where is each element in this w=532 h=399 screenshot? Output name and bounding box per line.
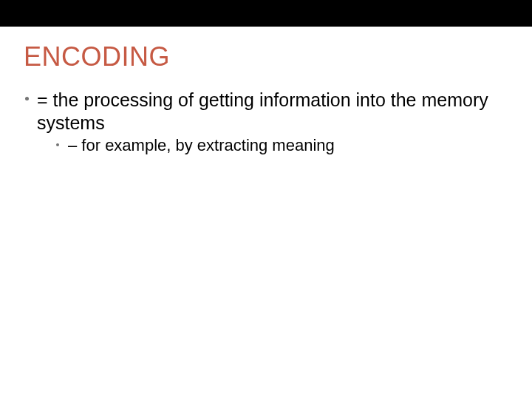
slide-content: ENCODING = the processing of getting inf…: [0, 27, 532, 156]
bullet-dot-icon: [56, 143, 59, 146]
sub-bullet-list: – for example, by extracting meaning: [37, 135, 508, 157]
bullet-list: = the processing of getting information …: [24, 89, 508, 156]
bullet-text: = the processing of getting information …: [37, 89, 488, 133]
slide-title: ENCODING: [24, 41, 508, 72]
top-black-bar: [0, 0, 532, 27]
bullet-level-1: = the processing of getting information …: [24, 89, 508, 156]
bullet-dot-icon: [25, 97, 29, 100]
bullet-level-2: – for example, by extracting meaning: [53, 135, 508, 157]
bullet-text: – for example, by extracting meaning: [68, 136, 335, 154]
